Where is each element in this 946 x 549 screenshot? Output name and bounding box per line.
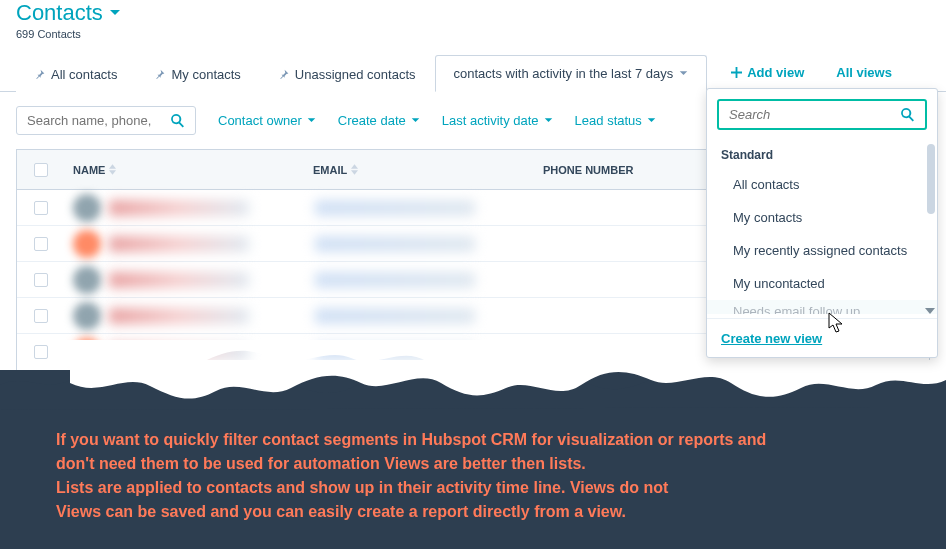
tip-text: If you want to quickly filter contact se…: [56, 428, 766, 524]
caret-down-icon: [411, 116, 420, 125]
pin-icon: [279, 69, 289, 79]
tab-all-contacts[interactable]: All contacts: [16, 56, 136, 92]
sort-icon: [351, 164, 358, 175]
scrollbar[interactable]: [927, 144, 935, 214]
dd-item-my[interactable]: My contacts: [707, 201, 937, 234]
row-checkbox[interactable]: [34, 237, 48, 251]
blurred-email: [315, 236, 475, 252]
add-view-label: Add view: [747, 65, 804, 80]
tab-label: Unassigned contacts: [295, 67, 416, 82]
blurred-name: [109, 272, 249, 288]
caret-down-icon: [647, 116, 656, 125]
dd-item-followup[interactable]: Needs email follow up: [707, 300, 937, 314]
pin-icon: [35, 69, 45, 79]
blurred-email: [315, 200, 475, 216]
avatar: [73, 266, 101, 294]
add-view-button[interactable]: Add view: [715, 55, 820, 90]
caret-down-icon: [307, 116, 316, 125]
dd-item-recent[interactable]: My recently assigned contacts: [707, 234, 937, 267]
avatar: [73, 194, 101, 222]
filter-last-activity[interactable]: Last activity date: [442, 113, 553, 128]
avatar: [73, 230, 101, 258]
blurred-name: [109, 236, 249, 252]
dropdown-search-input[interactable]: [729, 107, 900, 122]
blurred-email: [315, 272, 475, 288]
tab-label: My contacts: [171, 67, 240, 82]
col-name[interactable]: NAME: [65, 164, 305, 176]
blurred-name: [109, 200, 249, 216]
tip-line: Views can be saved and you can easily cr…: [56, 500, 766, 524]
tip-line: don't need them to be used for automatio…: [56, 452, 766, 476]
contact-count: 699 Contacts: [16, 28, 930, 40]
views-dropdown: Standard All contacts My contacts My rec…: [706, 88, 938, 358]
view-tabs: All contacts My contacts Unassigned cont…: [0, 54, 946, 92]
title-text: Contacts: [16, 0, 103, 26]
filter-create-date[interactable]: Create date: [338, 113, 420, 128]
filter-contact-owner[interactable]: Contact owner: [218, 113, 316, 128]
create-view-link[interactable]: Create new view: [721, 331, 822, 346]
col-phone[interactable]: PHONE NUMBER: [535, 164, 735, 176]
search-input-wrap[interactable]: [16, 106, 196, 135]
sort-icon: [109, 164, 116, 175]
row-checkbox[interactable]: [34, 273, 48, 287]
dropdown-section-header: Standard: [707, 140, 937, 168]
dropdown-footer: Create new view: [707, 318, 937, 357]
dropdown-search[interactable]: [717, 99, 927, 130]
tab-label: contacts with activity in the last 7 day…: [454, 66, 674, 81]
row-checkbox[interactable]: [34, 201, 48, 215]
pin-icon: [155, 69, 165, 79]
search-icon: [900, 107, 915, 122]
filter-lead-status[interactable]: Lead status: [575, 113, 656, 128]
col-email[interactable]: EMAIL: [305, 164, 535, 176]
torn-edge-bottom: [0, 360, 946, 410]
tab-activity-7days[interactable]: contacts with activity in the last 7 day…: [435, 55, 708, 92]
tip-line: Lists are applied to contacts and show u…: [56, 476, 766, 500]
blurred-name: [109, 308, 249, 324]
page-title[interactable]: Contacts: [16, 0, 930, 26]
search-icon: [170, 113, 185, 128]
tab-label: All contacts: [51, 67, 117, 82]
tip-line: If you want to quickly filter contact se…: [56, 428, 766, 452]
all-views-link[interactable]: All views: [820, 55, 908, 90]
caret-down-icon: [679, 69, 688, 78]
plus-icon: [731, 67, 742, 78]
dd-item-uncontacted[interactable]: My uncontacted: [707, 267, 937, 300]
cursor-icon: [828, 312, 846, 334]
row-checkbox[interactable]: [34, 309, 48, 323]
caret-down-icon: [544, 116, 553, 125]
select-all-checkbox[interactable]: [34, 163, 48, 177]
caret-down-icon: [109, 7, 121, 19]
tab-my-contacts[interactable]: My contacts: [136, 56, 259, 92]
tab-unassigned[interactable]: Unassigned contacts: [260, 56, 435, 92]
search-input[interactable]: [27, 113, 162, 128]
avatar: [73, 302, 101, 330]
blurred-email: [315, 308, 475, 324]
dd-item-all[interactable]: All contacts: [707, 168, 937, 201]
